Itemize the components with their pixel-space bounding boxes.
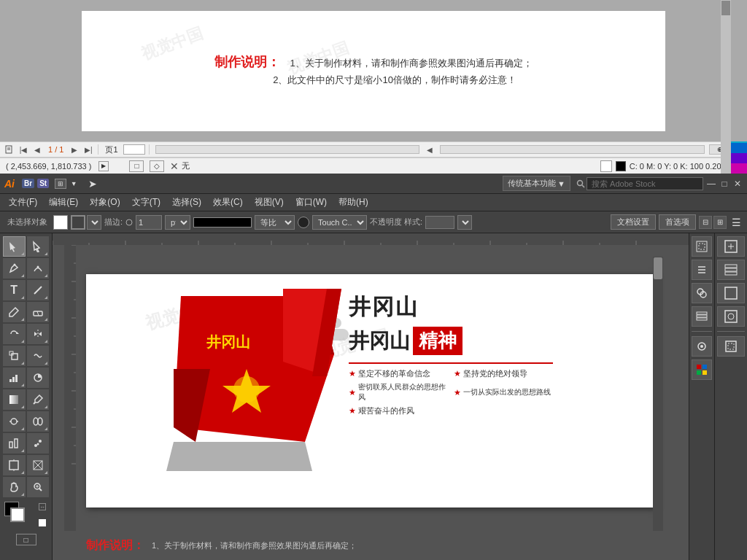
panel-appearance[interactable] <box>692 336 712 357</box>
symbol-tool[interactable] <box>3 411 26 432</box>
stroke-indicator[interactable] <box>10 508 25 522</box>
warp-tool[interactable] <box>27 346 50 366</box>
symbol-panel-btn[interactable] <box>717 306 745 327</box>
panel-pathfinder[interactable] <box>692 283 712 303</box>
zoom-tool[interactable] <box>27 477 50 497</box>
panel-menu-icon[interactable]: ☰ <box>729 216 743 229</box>
reset-colors[interactable] <box>39 519 46 526</box>
horizontal-scrollbar[interactable] <box>155 145 420 154</box>
transform-panel-btn[interactable] <box>717 236 745 257</box>
swatch-purple[interactable] <box>731 153 747 163</box>
next-page-icon[interactable]: ▶ <box>69 144 80 155</box>
stroke-ratio-select[interactable]: 等比 <box>255 215 295 230</box>
swap-fill-stroke[interactable]: ↔ <box>39 503 46 510</box>
status-play-btn[interactable]: ▶ <box>98 161 109 171</box>
view-dropdown[interactable]: ▼ <box>68 179 80 189</box>
stock-logo[interactable]: St <box>37 179 49 188</box>
mirror-tool[interactable] <box>27 324 50 344</box>
svg-rect-106 <box>728 343 734 349</box>
panel-color[interactable] <box>692 359 712 380</box>
curvature-tool[interactable] <box>27 258 50 279</box>
workspace-selector[interactable]: 传统基本功能 ▼ <box>503 176 570 191</box>
menu-file[interactable]: 文件(F) <box>3 194 43 211</box>
menu-edit[interactable]: 编辑(E) <box>43 194 84 211</box>
minimize-button[interactable]: — <box>706 179 716 189</box>
scroll-left-icon[interactable]: ◀ <box>424 144 436 155</box>
first-page-icon[interactable]: |◀ <box>18 144 29 155</box>
bridge-logo[interactable]: Br <box>22 179 34 188</box>
scrollbar-thumb[interactable] <box>721 1 730 15</box>
slice-tool[interactable] <box>27 455 50 475</box>
fill-color-box[interactable] <box>53 215 68 230</box>
pie-tool[interactable] <box>27 368 50 388</box>
eyedropper-tool[interactable] <box>27 389 50 410</box>
eraser-tool[interactable] <box>27 302 50 322</box>
panel-transform[interactable] <box>692 236 712 257</box>
direct-select-tool[interactable] <box>27 236 50 257</box>
layers-panel-btn[interactable] <box>717 260 745 280</box>
pencil-tool[interactable] <box>3 302 26 322</box>
artboard-panel-btn[interactable] <box>717 336 745 357</box>
page-input[interactable] <box>123 144 145 155</box>
bottom-note: 1、关于制作材料，请和制作商参照效果图沟通后再确定； <box>152 540 357 551</box>
warp-expand <box>44 362 47 365</box>
screen-mode-area: □ <box>4 534 47 545</box>
blend-tool[interactable] <box>27 411 50 432</box>
new-page-icon[interactable] <box>4 144 15 155</box>
scatter-tool[interactable] <box>27 433 50 454</box>
pen-tool[interactable] <box>3 258 26 279</box>
panel-layers[interactable] <box>692 306 712 327</box>
view-grid-icon[interactable]: ⊞ <box>55 179 66 189</box>
menu-object[interactable]: 对象(O) <box>84 194 125 211</box>
screen-mode-btn[interactable]: □ <box>16 534 36 545</box>
svg-point-24 <box>34 418 38 425</box>
opacity-color-box[interactable] <box>425 216 454 229</box>
arrange-icon-1[interactable]: ⊟ <box>699 216 712 229</box>
tool-row-9 <box>3 411 49 432</box>
style-dropdown[interactable]: ▼ <box>457 215 472 230</box>
preferences-button[interactable]: 首选项 <box>659 214 696 230</box>
select-tool[interactable] <box>3 236 26 257</box>
scale-tool[interactable] <box>3 346 26 366</box>
horizontal-scrollbar2[interactable] <box>440 145 705 154</box>
page-label: 页1 <box>102 144 120 155</box>
stroke-value-input[interactable] <box>136 215 162 230</box>
prev-page-icon[interactable]: ◀ <box>31 144 43 155</box>
icon-square[interactable]: □ <box>129 160 144 172</box>
close-button[interactable]: ✕ <box>732 179 743 189</box>
send-icon[interactable]: ➤ <box>85 176 100 191</box>
rotate-tool[interactable] <box>3 324 26 344</box>
stroke-unit-select[interactable]: pt <box>165 215 190 230</box>
menu-select[interactable]: 选择(S) <box>166 194 207 211</box>
vertical-scrollbar[interactable] <box>653 257 663 560</box>
swatch-magenta[interactable] <box>731 163 747 174</box>
right-scrollbar[interactable] <box>721 0 731 174</box>
search-input[interactable] <box>587 177 703 190</box>
touch-color-dot[interactable] <box>298 217 309 228</box>
gradient-tool[interactable] <box>3 389 26 410</box>
menu-window[interactable]: 窗口(W) <box>290 194 333 211</box>
icon-diamond[interactable]: ◇ <box>150 160 164 172</box>
swatch-blue[interactable] <box>731 143 747 153</box>
menu-view[interactable]: 视图(V) <box>249 194 290 211</box>
menu-effect[interactable]: 效果(C) <box>207 194 249 211</box>
doc-setup-button[interactable]: 文档设置 <box>611 214 656 230</box>
menu-text[interactable]: 文字(T) <box>126 194 166 211</box>
stroke-color-box[interactable] <box>71 215 85 230</box>
stroke-type-select[interactable]: ▼ <box>87 215 101 230</box>
panel-align[interactable] <box>692 260 712 280</box>
menu-help[interactable]: 帮助(H) <box>333 194 374 211</box>
touch-mode-select[interactable]: Touch C... <box>312 215 367 230</box>
last-page-icon[interactable]: ▶| <box>82 144 94 155</box>
type-tool[interactable]: T <box>3 280 26 300</box>
stroke-dash-selector[interactable] <box>193 217 252 228</box>
brush-panel-btn[interactable] <box>717 283 745 303</box>
artboard-tool[interactable] <box>3 455 26 475</box>
arrange-icon-2[interactable]: ⊞ <box>713 216 727 229</box>
scrollbar-thumb-v[interactable] <box>654 257 662 279</box>
line-tool[interactable] <box>27 280 50 300</box>
column-graph-tool[interactable] <box>3 433 26 454</box>
graph-tool[interactable] <box>3 368 26 388</box>
hand-tool[interactable] <box>3 477 26 497</box>
maximize-button[interactable]: □ <box>719 179 729 189</box>
